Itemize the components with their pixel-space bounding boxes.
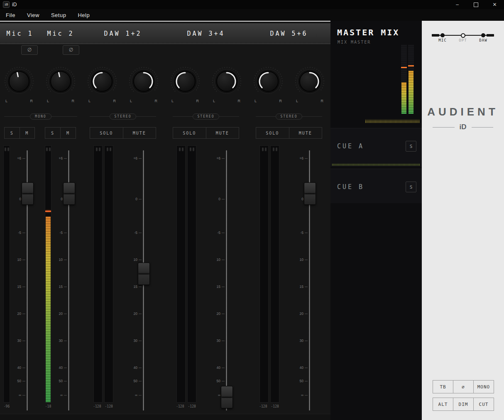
monitor-source-selector[interactable] bbox=[432, 32, 494, 38]
minimize-button[interactable]: – bbox=[448, 0, 467, 9]
solo-button[interactable]: SOLO bbox=[256, 127, 289, 139]
pan-knob[interactable]: L R bbox=[45, 66, 76, 104]
knob-graphic bbox=[86, 66, 118, 97]
scale-tick bbox=[139, 199, 142, 199]
channel-title: Mic 1 bbox=[0, 23, 40, 44]
scale-tick bbox=[22, 341, 25, 341]
solo-button[interactable]: S bbox=[4, 127, 20, 139]
channel-title: DAW 1+2 bbox=[81, 23, 164, 44]
fader-handle[interactable] bbox=[221, 386, 233, 408]
meter-bar-right bbox=[187, 145, 196, 403]
channel-strips: Mic 1 ∅ L R S M bbox=[0, 21, 330, 420]
meter-value-right: -128 bbox=[105, 405, 113, 408]
scale-label: 50 bbox=[17, 379, 21, 383]
polarity-button[interactable]: ∅ bbox=[453, 380, 474, 393]
mute-button[interactable]: MUTE bbox=[206, 127, 240, 139]
scale-label: 20 bbox=[134, 312, 137, 316]
maximize-button[interactable] bbox=[467, 0, 485, 9]
meter-peak bbox=[401, 67, 407, 68]
phase-invert-button[interactable]: ∅ bbox=[21, 45, 38, 55]
scale-tick bbox=[64, 381, 67, 381]
scale-tick bbox=[22, 314, 25, 314]
alt-speaker-button[interactable]: ALT bbox=[433, 398, 453, 411]
pan-knob-right[interactable]: L R bbox=[128, 66, 159, 104]
monitor-buttons-row2: ALT DIM CUT bbox=[433, 398, 494, 411]
pan-knob-right[interactable]: L R bbox=[211, 66, 242, 104]
meter-value-right: -128 bbox=[271, 405, 279, 408]
scale-label: 50 bbox=[300, 379, 303, 383]
fader-handle[interactable] bbox=[63, 182, 75, 205]
level-meter: -128 -128 bbox=[176, 145, 196, 403]
fader-handle[interactable] bbox=[304, 182, 316, 205]
scale-label: 20 bbox=[17, 312, 21, 316]
mute-button[interactable]: MUTE bbox=[289, 127, 323, 139]
menu-view[interactable]: View bbox=[21, 9, 45, 21]
mute-button[interactable]: M bbox=[61, 127, 76, 139]
mute-button[interactable]: MUTE bbox=[123, 127, 157, 139]
solo-button[interactable]: SOLO bbox=[173, 127, 206, 139]
opt-source-dot[interactable] bbox=[461, 33, 465, 38]
scale-label: 50 bbox=[134, 379, 137, 383]
pan-knob-left[interactable]: L R bbox=[252, 66, 284, 104]
channel-fader: +60-5101520304050∞ bbox=[47, 145, 76, 415]
scale-label: 0 bbox=[61, 197, 63, 201]
stereo-link-button[interactable]: STEREO bbox=[276, 113, 303, 120]
phase-invert-button[interactable]: ∅ bbox=[63, 45, 79, 55]
scale-label: 30 bbox=[59, 339, 63, 343]
scale-label: 0 bbox=[135, 197, 137, 201]
meter-bar-left bbox=[93, 145, 103, 403]
scale-tick bbox=[305, 395, 308, 395]
pan-knob-right[interactable]: L R bbox=[294, 66, 325, 104]
fader-handle[interactable] bbox=[138, 263, 150, 285]
scale-label: 10 bbox=[59, 258, 63, 262]
scale-tick bbox=[222, 158, 225, 159]
scale-label: ∞ bbox=[19, 393, 21, 397]
scale-label: 20 bbox=[217, 312, 220, 316]
level-meter: -128 -128 bbox=[93, 145, 113, 403]
solo-button[interactable]: SOLO bbox=[90, 127, 123, 139]
cue-a-solo-button[interactable]: S bbox=[406, 141, 416, 152]
pan-right-label: R bbox=[238, 99, 241, 103]
app-icon: iD bbox=[3, 1, 10, 8]
mic-source-dot[interactable] bbox=[440, 33, 445, 37]
solo-button[interactable]: S bbox=[45, 127, 61, 139]
daw-source-dot[interactable] bbox=[481, 33, 485, 37]
dim-button[interactable]: DIM bbox=[453, 398, 474, 411]
pan-knob-left[interactable]: L R bbox=[169, 66, 201, 104]
cue-b-solo-button[interactable]: S bbox=[406, 182, 416, 192]
close-button[interactable]: ✕ bbox=[485, 0, 504, 9]
mono-button[interactable]: MONO bbox=[474, 380, 494, 393]
scale-label: +6 bbox=[17, 156, 21, 160]
fader-track[interactable] bbox=[226, 150, 227, 410]
menu-file[interactable]: File bbox=[0, 9, 21, 21]
title-bar: iD iD – ✕ bbox=[0, 0, 504, 9]
fader-handle[interactable] bbox=[22, 182, 34, 205]
talkback-button[interactable]: TB bbox=[433, 380, 453, 393]
menu-help[interactable]: Help bbox=[72, 9, 95, 21]
scale-label: 0 bbox=[218, 197, 220, 201]
pan-right-label: R bbox=[279, 99, 282, 103]
pan-right-label: R bbox=[30, 99, 33, 103]
selector-end-left bbox=[432, 34, 439, 37]
menu-setup[interactable]: Setup bbox=[45, 9, 72, 21]
scale-label: ∞ bbox=[135, 393, 137, 397]
scale-tick bbox=[22, 158, 25, 159]
stereo-link-button[interactable]: STEREO bbox=[193, 113, 220, 120]
meter-fill bbox=[401, 82, 406, 114]
scale-tick bbox=[64, 341, 67, 341]
pan-left-label: L bbox=[254, 99, 257, 103]
pan-knob-left[interactable]: L R bbox=[86, 66, 118, 104]
cut-button[interactable]: CUT bbox=[474, 398, 494, 411]
scale-label: 30 bbox=[17, 339, 21, 343]
master-subtitle: MIX MASTER bbox=[338, 40, 371, 44]
scale-label: -5 bbox=[134, 231, 137, 235]
mono-link-button[interactable]: MONO bbox=[30, 113, 51, 120]
scale-label: -5 bbox=[18, 231, 21, 235]
stereo-link-button[interactable]: STEREO bbox=[110, 113, 137, 120]
pan-knob[interactable]: L R bbox=[3, 66, 35, 104]
scale-label: 20 bbox=[59, 312, 63, 316]
scale-label: 0 bbox=[301, 197, 303, 201]
mute-button[interactable]: M bbox=[20, 127, 35, 139]
audient-logo: AUDIENT bbox=[422, 106, 504, 118]
daw-label: DAW bbox=[475, 38, 492, 42]
